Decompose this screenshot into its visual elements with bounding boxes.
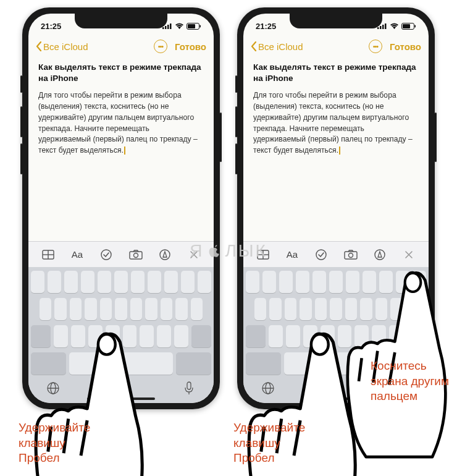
svg-rect-30: [345, 252, 357, 259]
svg-point-12: [133, 253, 138, 257]
back-label: Все iCloud: [258, 41, 303, 52]
done-button[interactable]: Готово: [175, 41, 206, 52]
chevron-left-icon: [36, 41, 42, 51]
caption-hold-space-left: Удерживайте клавишу Пробел: [19, 420, 90, 466]
microphone-icon[interactable]: [182, 381, 196, 396]
table-icon[interactable]: [40, 247, 56, 263]
notch: [290, 14, 382, 28]
svg-rect-6: [200, 25, 201, 27]
svg-rect-5: [188, 24, 195, 28]
battery-icon: [187, 23, 201, 30]
status-time: 21:25: [41, 22, 61, 31]
more-button[interactable]: •••: [369, 40, 382, 53]
home-indicator[interactable]: [87, 397, 155, 400]
done-button[interactable]: Готово: [390, 41, 421, 52]
camera-icon[interactable]: [343, 247, 359, 263]
svg-point-10: [101, 250, 111, 260]
back-button[interactable]: Все iCloud: [36, 41, 88, 52]
checklist-icon[interactable]: [98, 247, 114, 263]
checklist-icon[interactable]: [313, 247, 329, 263]
svg-rect-1: [165, 26, 167, 29]
notch: [75, 14, 167, 28]
keyboard-trackpad-mode[interactable]: [28, 267, 214, 403]
text-cursor: [124, 147, 125, 155]
svg-rect-2: [167, 25, 169, 29]
note-content[interactable]: Как выделять текст в режиме трекпада на …: [28, 58, 214, 241]
back-button[interactable]: Все iCloud: [251, 41, 303, 52]
markup-icon[interactable]: [157, 247, 173, 263]
spacebar-key[interactable]: [69, 352, 172, 375]
note-body-text: Для того чтобы перейти в режим выбора (в…: [253, 90, 419, 156]
camera-icon[interactable]: [128, 247, 144, 263]
text-style-button[interactable]: Aa: [69, 247, 85, 263]
chevron-left-icon: [251, 41, 257, 51]
note-title: Как выделять текст в режиме трекпада на …: [38, 62, 204, 84]
svg-rect-0: [162, 27, 164, 29]
iphone-left: 21:25 Все iCloud: [22, 7, 220, 409]
globe-icon[interactable]: [46, 381, 61, 396]
keyboard-toolbar: Aa: [243, 241, 429, 267]
svg-rect-21: [382, 25, 384, 29]
caption-hold-space-right: Удерживайте клавишу Пробел: [233, 420, 305, 466]
svg-rect-3: [170, 23, 172, 29]
close-toolbar-icon[interactable]: [401, 247, 417, 263]
more-button[interactable]: •••: [154, 40, 167, 53]
svg-rect-25: [415, 25, 416, 27]
svg-point-29: [316, 250, 326, 260]
svg-rect-24: [403, 24, 410, 28]
note-title: Как выделять текст в режиме трекпада на …: [253, 62, 419, 84]
table-icon[interactable]: [255, 247, 271, 263]
svg-rect-11: [130, 252, 142, 259]
caption-tap-second: Коснитесь экрана другим пальцем: [371, 359, 449, 404]
ellipsis-icon: •••: [373, 43, 379, 50]
keyboard-toolbar: Aa: [28, 241, 214, 267]
nav-bar: Все iCloud ••• Готово: [28, 35, 214, 58]
svg-rect-17: [187, 382, 191, 389]
svg-rect-22: [385, 23, 387, 29]
wifi-icon: [390, 23, 399, 30]
iphone-right: 21:25 Все iCloud ••• Готово Как выде: [237, 7, 435, 409]
wifi-icon: [175, 23, 184, 30]
back-label: Все iCloud: [43, 41, 88, 52]
svg-rect-19: [377, 27, 379, 29]
note-content[interactable]: Как выделять текст в режиме трекпада на …: [243, 58, 429, 241]
home-indicator[interactable]: [302, 397, 370, 400]
svg-point-31: [348, 253, 353, 257]
status-time: 21:25: [256, 22, 276, 31]
svg-rect-20: [380, 26, 382, 29]
close-toolbar-icon[interactable]: [186, 247, 202, 263]
ellipsis-icon: •••: [158, 43, 164, 50]
text-cursor: [339, 147, 340, 155]
note-body-text: Для того чтобы перейти в режим выбора (в…: [38, 90, 204, 156]
text-style-button[interactable]: Aa: [284, 247, 300, 263]
markup-icon[interactable]: [372, 247, 388, 263]
nav-bar: Все iCloud ••• Готово: [243, 35, 429, 58]
battery-icon: [401, 23, 416, 30]
globe-icon[interactable]: [261, 381, 275, 396]
